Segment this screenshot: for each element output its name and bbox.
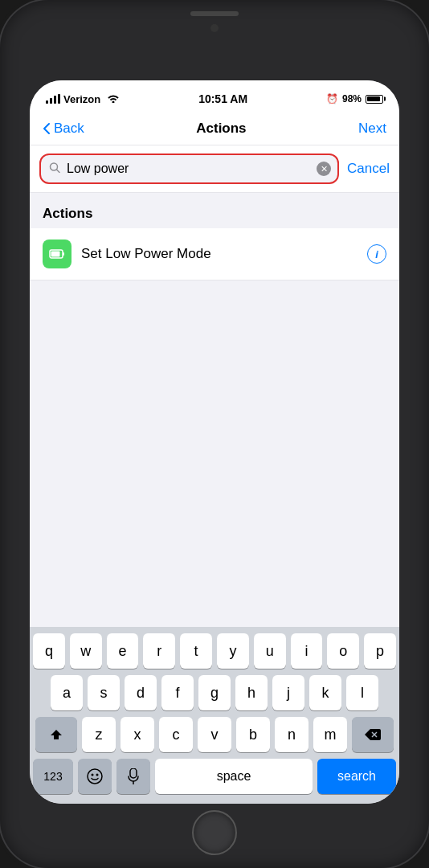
front-camera xyxy=(210,24,219,32)
key-u[interactable]: u xyxy=(254,633,286,669)
status-bar: Verizon 10:51 AM ⏰ 98% xyxy=(30,80,399,113)
info-button[interactable]: i xyxy=(367,244,386,264)
phone-top xyxy=(0,0,429,32)
key-d[interactable]: d xyxy=(125,675,157,710)
mic-key[interactable] xyxy=(116,759,150,794)
key-x[interactable]: x xyxy=(121,717,154,752)
status-time: 10:51 AM xyxy=(198,92,247,105)
signal-bars xyxy=(46,94,60,104)
signal-bar-3 xyxy=(54,96,56,104)
status-left: Verizon xyxy=(46,93,120,105)
key-l[interactable]: l xyxy=(346,675,378,710)
nav-title: Actions xyxy=(196,121,246,137)
key-s[interactable]: s xyxy=(88,675,120,710)
list-item[interactable]: Set Low Power Mode i xyxy=(30,228,399,280)
section-header: Actions xyxy=(30,193,399,228)
home-area xyxy=(192,810,237,868)
key-e[interactable]: e xyxy=(107,633,139,669)
key-q[interactable]: q xyxy=(33,633,65,669)
back-button[interactable]: Back xyxy=(43,121,84,137)
key-o[interactable]: o xyxy=(327,633,359,669)
key-t[interactable]: t xyxy=(180,633,212,669)
status-right: ⏰ 98% xyxy=(326,93,383,104)
keyboard-row-2: a s d f g h j k l xyxy=(33,675,396,710)
keyboard: q w e r t y u i o p a s d f g h j k xyxy=(30,627,399,804)
backspace-key[interactable] xyxy=(352,717,394,752)
alarm-icon: ⏰ xyxy=(326,93,338,104)
carrier-label: Verizon xyxy=(63,93,100,105)
key-w[interactable]: w xyxy=(70,633,102,669)
next-button[interactable]: Next xyxy=(358,121,386,137)
signal-bar-1 xyxy=(46,100,48,104)
key-i[interactable]: i xyxy=(291,633,323,669)
key-z[interactable]: z xyxy=(82,717,116,752)
key-r[interactable]: r xyxy=(143,633,175,669)
screen: Verizon 10:51 AM ⏰ 98% Back Actions Next xyxy=(30,80,399,804)
wifi-icon xyxy=(107,93,120,105)
key-b[interactable]: b xyxy=(236,717,270,752)
key-c[interactable]: c xyxy=(159,717,193,752)
signal-bar-2 xyxy=(50,98,52,104)
content-area: Actions Set Low Power Mode i xyxy=(30,193,399,627)
numbers-key[interactable]: 123 xyxy=(33,759,73,794)
cancel-button[interactable]: Cancel xyxy=(347,161,390,177)
key-v[interactable]: v xyxy=(198,717,231,752)
battery-icon xyxy=(366,95,383,104)
key-n[interactable]: n xyxy=(275,717,308,752)
battery-percent: 98% xyxy=(342,93,362,104)
keyboard-row-1: q w e r t y u i o p xyxy=(33,633,396,669)
emoji-key[interactable] xyxy=(78,759,112,794)
key-h[interactable]: h xyxy=(235,675,268,710)
search-key[interactable]: search xyxy=(317,759,396,794)
phone-frame: Verizon 10:51 AM ⏰ 98% Back Actions Next xyxy=(0,0,429,868)
speaker xyxy=(190,11,239,16)
svg-rect-10 xyxy=(130,768,137,778)
key-p[interactable]: p xyxy=(364,633,396,669)
svg-rect-4 xyxy=(63,252,64,256)
svg-point-8 xyxy=(92,774,94,776)
svg-point-7 xyxy=(88,769,102,784)
home-button[interactable] xyxy=(192,810,237,855)
key-y[interactable]: y xyxy=(217,633,249,669)
key-k[interactable]: k xyxy=(309,675,341,710)
search-bar[interactable]: Low power ✕ xyxy=(39,154,339,184)
svg-rect-3 xyxy=(51,252,60,257)
action-label: Set Low Power Mode xyxy=(81,246,358,262)
nav-bar: Back Actions Next xyxy=(30,113,399,145)
key-f[interactable]: f xyxy=(161,675,194,710)
keyboard-row-bottom: 123 space search xyxy=(33,759,396,794)
svg-point-9 xyxy=(96,774,99,776)
key-a[interactable]: a xyxy=(51,675,83,710)
search-area: Low power ✕ Cancel xyxy=(30,145,399,193)
shift-key[interactable] xyxy=(35,717,77,752)
action-icon xyxy=(43,240,72,268)
keyboard-row-3: z x c v b n m xyxy=(33,717,396,752)
key-m[interactable]: m xyxy=(313,717,347,752)
clear-button[interactable]: ✕ xyxy=(317,162,331,176)
search-bar-wrapper: Low power ✕ xyxy=(39,154,339,184)
svg-line-1 xyxy=(57,170,60,173)
search-icon xyxy=(49,162,60,176)
signal-bar-4 xyxy=(58,94,60,104)
space-key[interactable]: space xyxy=(155,759,313,794)
back-label: Back xyxy=(54,121,84,137)
key-g[interactable]: g xyxy=(198,675,231,710)
search-input-value: Low power xyxy=(67,162,129,176)
battery-fill xyxy=(367,96,379,101)
key-j[interactable]: j xyxy=(272,675,304,710)
